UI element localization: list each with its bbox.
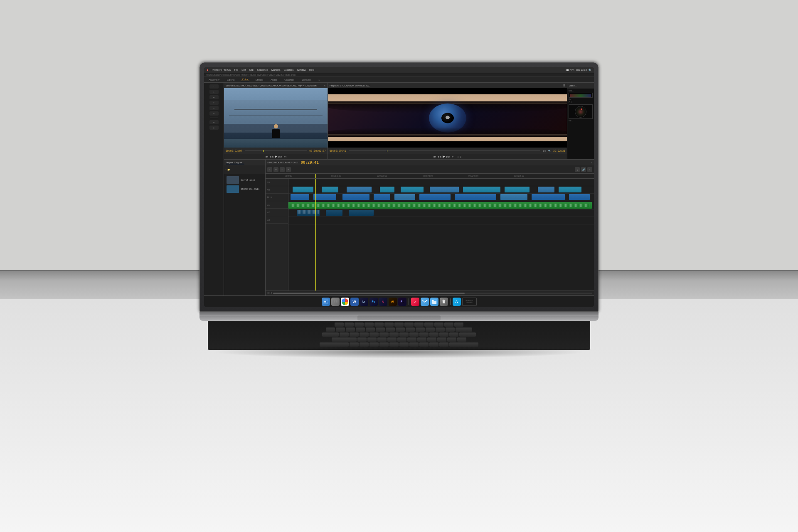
program-zoom[interactable]: 1/4 [543,150,546,152]
tl-tool-pen[interactable]: ✏ [286,167,291,172]
clip-a2-0[interactable] [297,210,320,216]
tool-text[interactable]: T [209,101,219,105]
dock-finder[interactable] [322,298,330,306]
tool-pen[interactable]: ✏ [209,95,219,99]
tl-add-track-btn[interactable]: + [587,167,592,172]
project-folder-btn[interactable]: 📁 [227,168,230,171]
menu-window[interactable]: Window [297,69,306,71]
more-tabs-icon[interactable]: » [318,79,320,81]
menu-graphics[interactable]: Graphics [284,69,294,71]
tool-zoom[interactable]: ⊕ [209,111,219,116]
project-tab[interactable]: Project: Copy of ... [226,161,244,164]
timeline-settings-icon[interactable]: ≡ [591,161,592,164]
clip-v1-1[interactable] [313,194,336,200]
search-icon[interactable]: 🔍 [589,69,591,71]
clip-v1-0[interactable] [291,194,309,200]
tab-effects[interactable]: Effects [254,79,264,81]
dock-illustrator[interactable]: Ai [389,298,397,306]
dock-appstore[interactable]: A [453,298,461,306]
prog-btn-step-back[interactable]: ⏮ [433,155,436,158]
clip-v1-9[interactable] [569,194,590,200]
tool-snap[interactable]: ⊞ [209,120,219,124]
program-zoom-icon[interactable]: 🔍 [548,150,551,152]
project-item-1[interactable]: STOCKHOL...SWE... [226,185,264,194]
tl-tool-razor[interactable]: ✂ [273,167,278,172]
dock-lightroom[interactable]: Lr [360,298,368,306]
tab-graphics[interactable]: Graphics [283,79,296,81]
tab-audio[interactable]: Audio [269,79,278,81]
clip-a1-main[interactable] [288,202,592,209]
clip-v2-9[interactable] [559,187,581,192]
tool-selection[interactable]: ↑ [209,84,219,89]
clip-v2-0[interactable] [293,187,313,192]
tab-editing[interactable]: Editing [226,79,236,81]
btn-step-back[interactable]: ⏮ [266,155,268,158]
dock-localized[interactable]: 2017-11-27 Localized [462,298,477,306]
clip-v2-7[interactable] [505,187,530,192]
clip-v1-8[interactable] [532,194,565,200]
btn-forward[interactable]: ▶▶ [278,155,283,158]
dock-launchpad[interactable]: ⋮⋮ [331,298,340,306]
dock-premiere[interactable]: Pr [398,298,406,306]
clip-v1-5[interactable] [419,194,451,200]
prog-btn-rewind[interactable]: ◀◀ [437,155,441,158]
menu-sequence[interactable]: Sequence [257,69,268,71]
ruler-mark-0: 00:00:00 [285,175,292,177]
program-playbar[interactable] [349,150,540,151]
clip-v2-5[interactable] [430,187,459,192]
track-v3 [288,179,594,186]
prog-btn-extract[interactable]: [] [460,155,461,158]
tl-linked-btn[interactable]: 🔗 [581,167,586,172]
btn-step-forward[interactable]: ⏭ [284,155,286,158]
project-new-btn[interactable]: + [225,168,227,171]
clip-v2-6[interactable] [463,187,500,192]
timeline-scrollbar[interactable] [273,293,592,294]
prog-btn-play[interactable]: ▶ [443,155,445,158]
clip-v1-6[interactable] [455,194,496,200]
clip-v1-4[interactable] [394,194,415,200]
tool-razor[interactable]: ✂ [209,90,219,94]
clip-v1-2[interactable] [342,194,369,200]
clip-a2-1[interactable] [326,210,342,216]
menu-help[interactable]: Help [309,69,314,71]
dock-files[interactable] [430,298,438,306]
clip-v2-4[interactable] [401,187,424,192]
dock-mail[interactable] [421,298,429,306]
clip-v1-7[interactable] [500,194,527,200]
menu-clip[interactable]: Clip [249,69,254,71]
clip-v1-3[interactable] [374,194,390,200]
btn-rewind[interactable]: ◀◀ [269,155,273,158]
menu-file[interactable]: File [234,69,239,71]
clip-v2-8[interactable] [538,187,554,192]
prog-btn-step-fwd[interactable]: ⏭ [452,155,454,158]
tl-tool-select[interactable]: ↑ [267,167,272,172]
clip-a2-2[interactable] [349,210,374,216]
tab-color[interactable]: Color [241,78,249,81]
tab-libraries[interactable]: Libraries [300,79,313,81]
menu-premiere[interactable]: Premiere Pro CC [212,69,231,71]
menu-markers[interactable]: Markers [271,69,281,71]
tl-snap-btn[interactable]: ⋮ [575,167,580,172]
prog-btn-forward[interactable]: ▶▶ [446,155,451,158]
tl-tool-slip[interactable]: ↔ [280,167,285,172]
clip-v2-3[interactable] [380,187,394,192]
dock-indesign[interactable]: Id [379,298,387,306]
tool-shape[interactable]: □ [209,106,219,110]
tool-markers[interactable]: ◆ [209,126,219,130]
btn-play[interactable]: ▶ [275,155,277,158]
clip-v2-1[interactable] [322,187,338,192]
tab-assembly[interactable]: Assembly [207,79,221,81]
dock-trash[interactable]: 🗑 [440,298,448,306]
prog-btn-lift[interactable]: {} [457,155,458,158]
project-item-0[interactable]: Copy af_.prproj [226,175,264,185]
menu-edit[interactable]: Edit [241,69,246,71]
source-close-btn[interactable]: ✕ [324,84,326,87]
clip-v2-2[interactable] [347,187,372,192]
key-u [399,332,409,337]
program-settings-icon[interactable]: ☰ [563,84,565,87]
dock-word[interactable]: W [350,298,359,306]
dock-chrome[interactable] [341,298,349,306]
source-playbar[interactable] [243,150,309,151]
dock-itunes[interactable]: ♪ [411,298,419,306]
dock-photoshop[interactable]: Ps [369,298,378,306]
